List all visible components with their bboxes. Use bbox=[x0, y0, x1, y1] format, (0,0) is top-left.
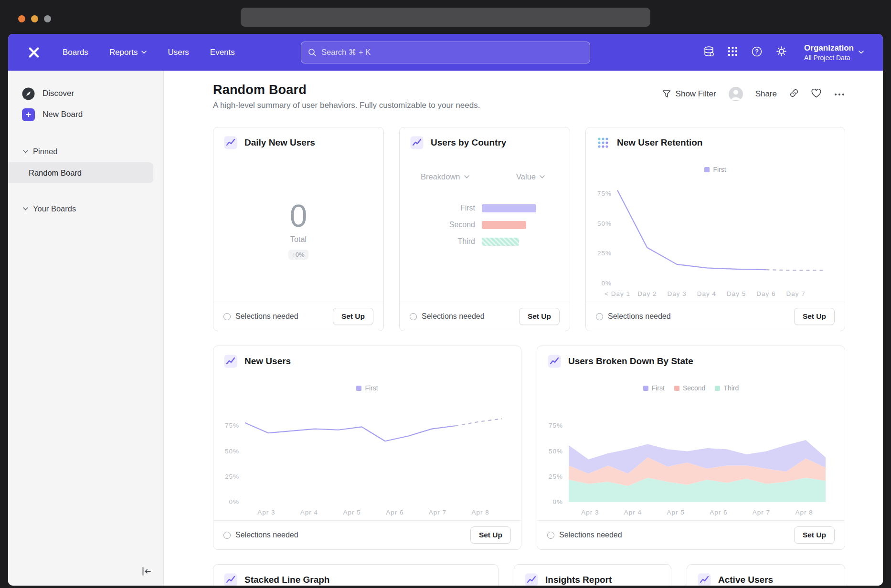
country-bar-row: Second bbox=[400, 220, 570, 229]
chart-legend: First bbox=[586, 165, 845, 174]
breakdown-dropdown[interactable]: Breakdown bbox=[421, 172, 469, 181]
sidebar-collapse-button[interactable] bbox=[141, 567, 152, 578]
card-title: Stacked Line Graph bbox=[244, 575, 329, 585]
svg-text:Apr 6: Apr 6 bbox=[710, 509, 727, 516]
bar-label: Second bbox=[400, 220, 475, 229]
bar[interactable] bbox=[482, 238, 519, 246]
svg-text:0%: 0% bbox=[601, 280, 612, 287]
sidebar-item-label: Discover bbox=[42, 89, 74, 98]
settings-gear-icon[interactable] bbox=[776, 46, 787, 59]
nav-item-users[interactable]: Users bbox=[168, 48, 189, 57]
browser-address-bar[interactable] bbox=[241, 8, 650, 27]
svg-text:50%: 50% bbox=[597, 220, 612, 227]
set-up-button[interactable]: Set Up bbox=[470, 526, 511, 544]
card-active-users: Active Users bbox=[687, 564, 845, 586]
global-search[interactable] bbox=[301, 42, 590, 63]
bar[interactable] bbox=[482, 221, 526, 229]
set-up-button[interactable]: Set Up bbox=[519, 308, 560, 325]
nav-item-events[interactable]: Events bbox=[210, 48, 235, 57]
sidebar: Discover + New Board Pinned Random Board… bbox=[8, 71, 164, 586]
avatar[interactable] bbox=[729, 87, 743, 101]
line-chart-icon bbox=[547, 354, 562, 368]
main-content: Random Board A high-level summary of use… bbox=[164, 71, 883, 586]
window-frame-top bbox=[0, 0, 891, 34]
svg-text:Apr 4: Apr 4 bbox=[624, 509, 642, 516]
set-up-button[interactable]: Set Up bbox=[333, 308, 373, 325]
status-selections-needed: Selections needed bbox=[596, 312, 671, 321]
window-controls bbox=[18, 15, 51, 22]
line-chart-icon bbox=[223, 354, 238, 368]
metric-delta-badge: ↑0% bbox=[288, 250, 308, 260]
legend-item[interactable]: First bbox=[356, 384, 378, 392]
card-title: Users by Country bbox=[431, 137, 506, 148]
svg-text:Apr 3: Apr 3 bbox=[581, 509, 599, 516]
value-dropdown[interactable]: Value bbox=[516, 172, 545, 181]
card-title: New User Retention bbox=[617, 137, 702, 148]
bar-label: First bbox=[400, 204, 475, 212]
org-name: Organization bbox=[804, 43, 854, 53]
favorite-heart-icon[interactable] bbox=[811, 89, 821, 100]
svg-text:?: ? bbox=[755, 48, 759, 55]
legend-item[interactable]: Second bbox=[674, 384, 705, 392]
legend-item[interactable]: Third bbox=[715, 384, 739, 392]
bar[interactable] bbox=[482, 204, 536, 212]
svg-text:Day 2: Day 2 bbox=[637, 290, 657, 297]
data-settings-icon[interactable] bbox=[703, 46, 714, 59]
show-filter-button[interactable]: Show Filter bbox=[662, 89, 716, 99]
svg-text:50%: 50% bbox=[549, 448, 563, 455]
plus-icon: + bbox=[22, 108, 35, 121]
nav-item-reports[interactable]: Reports bbox=[109, 48, 147, 57]
svg-text:25%: 25% bbox=[225, 473, 239, 480]
apps-grid-icon[interactable] bbox=[728, 46, 738, 58]
sidebar-item-discover[interactable]: Discover bbox=[8, 83, 163, 104]
page-subtitle: A high-level summary of user behaviors. … bbox=[213, 100, 845, 111]
chevron-down-icon bbox=[141, 51, 147, 54]
legend-item[interactable]: First bbox=[643, 384, 665, 392]
window-minimize-button[interactable] bbox=[31, 15, 38, 22]
search-input[interactable] bbox=[321, 48, 583, 57]
section-label: Pinned bbox=[33, 147, 57, 156]
sidebar-section-your-boards[interactable]: Your Boards bbox=[8, 201, 163, 216]
svg-text:25%: 25% bbox=[597, 250, 612, 257]
sidebar-item-random-board[interactable]: Random Board bbox=[8, 162, 153, 183]
card-title: Users Broken Down By State bbox=[568, 356, 693, 367]
window-close-button[interactable] bbox=[18, 15, 25, 22]
search-icon bbox=[308, 48, 317, 57]
svg-text:Day 4: Day 4 bbox=[697, 290, 716, 297]
chevron-down-icon bbox=[540, 175, 545, 178]
share-button[interactable]: Share bbox=[755, 89, 777, 99]
nav-item-boards[interactable]: Boards bbox=[63, 48, 88, 57]
sidebar-item-new-board[interactable]: + New Board bbox=[8, 104, 163, 125]
card-title: Active Users bbox=[718, 575, 773, 585]
window-zoom-button[interactable] bbox=[44, 15, 51, 22]
org-switcher[interactable]: Organization All Project Data bbox=[804, 43, 864, 62]
legend-item[interactable]: First bbox=[704, 166, 726, 173]
more-options-icon[interactable] bbox=[834, 90, 845, 98]
svg-text:0%: 0% bbox=[552, 498, 563, 505]
set-up-button[interactable]: Set Up bbox=[794, 308, 835, 325]
card-new-user-retention: New User Retention First 0%25%50%75%< Da… bbox=[585, 127, 845, 331]
svg-text:25%: 25% bbox=[549, 473, 563, 480]
sidebar-section-pinned[interactable]: Pinned bbox=[8, 144, 163, 158]
svg-text:Day 3: Day 3 bbox=[667, 290, 686, 297]
new-users-chart: 0%25%50%75%Apr 3Apr 4Apr 5Apr 6Apr 7Apr … bbox=[216, 395, 514, 519]
svg-text:75%: 75% bbox=[597, 190, 612, 197]
mixpanel-logo-icon[interactable] bbox=[27, 46, 41, 59]
chart-legend: First bbox=[213, 383, 521, 393]
status-selections-needed: Selections needed bbox=[410, 312, 485, 321]
svg-text:Apr 5: Apr 5 bbox=[343, 509, 361, 516]
retention-chart: 0%25%50%75%< Day 1Day 2Day 3Day 4Day 5Da… bbox=[589, 176, 838, 301]
line-chart-icon bbox=[223, 136, 238, 150]
set-up-button[interactable]: Set Up bbox=[794, 526, 835, 544]
svg-text:Day 7: Day 7 bbox=[786, 290, 806, 297]
card-title: Daily New Users bbox=[244, 137, 315, 148]
copy-link-icon[interactable] bbox=[789, 88, 799, 100]
section-label: Your Boards bbox=[33, 204, 76, 213]
status-selections-needed: Selections needed bbox=[223, 312, 298, 321]
card-daily-new-users: Daily New Users 0 Total ↑0% Selections n… bbox=[213, 127, 384, 331]
svg-text:< Day 1: < Day 1 bbox=[605, 290, 630, 297]
card-title: Insights Report bbox=[545, 575, 612, 585]
help-icon[interactable]: ? bbox=[751, 46, 763, 59]
card-title: New Users bbox=[244, 356, 291, 367]
svg-text:Apr 7: Apr 7 bbox=[429, 509, 446, 516]
